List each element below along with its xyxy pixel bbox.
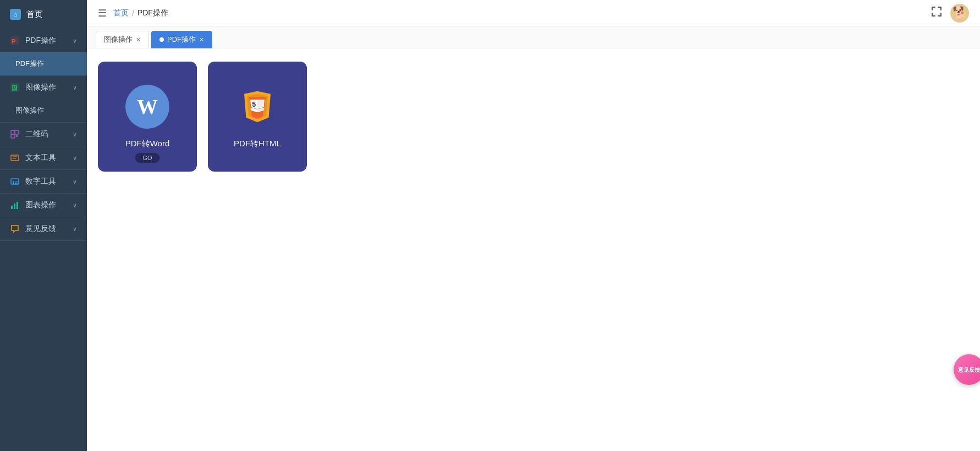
num-chevron-icon: ∨ xyxy=(73,178,77,185)
svg-rect-13 xyxy=(11,206,13,209)
sidebar-item-feedback-label: 意见反馈 xyxy=(25,224,56,234)
sidebar-item-image-sub[interactable]: 图像操作 xyxy=(0,99,87,122)
qr-chevron-icon: ∨ xyxy=(73,131,77,138)
sidebar-section-chart: 图表操作 ∨ xyxy=(0,194,87,217)
svg-text:123: 123 xyxy=(12,180,19,185)
sidebar-section-image: 🖼 图像操作 ∨ 图像操作 xyxy=(0,76,87,123)
sidebar-item-pdf[interactable]: P PDF操作 ∨ xyxy=(0,29,87,52)
chart-icon xyxy=(10,200,20,210)
breadcrumb-sep: / xyxy=(132,9,134,18)
card-pdf-to-word[interactable]: W PDF转Word GO xyxy=(98,62,197,172)
image-icon: 🖼 xyxy=(10,82,20,92)
sidebar-item-qr[interactable]: 二维码 ∨ xyxy=(0,123,87,146)
sidebar-item-num[interactable]: 123 数字工具 ∨ xyxy=(0,170,87,193)
topbar: ☰ 首页 / PDF操作 🐕 xyxy=(87,0,980,26)
feedback-float-line2: 反馈 xyxy=(969,366,980,373)
breadcrumb: 首页 / PDF操作 xyxy=(113,8,168,18)
qr-icon xyxy=(10,129,20,139)
sidebar-item-chart-label: 图表操作 xyxy=(25,200,56,210)
card-pdf-to-word-label: PDF转Word xyxy=(125,139,170,149)
svg-text:🖼: 🖼 xyxy=(12,85,18,91)
svg-rect-7 xyxy=(16,135,18,137)
sidebar: ⌂ 首页 P PDF操作 ∨ PDF操作 🖼 xyxy=(0,0,87,451)
sidebar-item-qr-label: 二维码 xyxy=(25,129,48,139)
fullscreen-icon[interactable] xyxy=(931,6,943,20)
image-chevron-icon: ∨ xyxy=(73,84,77,91)
home-icon: ⌂ xyxy=(10,9,21,20)
sidebar-item-pdf-sub[interactable]: PDF操作 xyxy=(0,52,87,75)
svg-text:5: 5 xyxy=(252,101,256,108)
sidebar-item-pdf-sub-label: PDF操作 xyxy=(15,59,44,69)
sidebar-item-text-label: 文本工具 xyxy=(25,153,56,163)
chart-chevron-icon: ∨ xyxy=(73,202,77,209)
svg-rect-14 xyxy=(14,204,15,209)
tab-image-ops-label: 图像操作 xyxy=(104,35,133,45)
card-pdf-to-html[interactable]: 5 PDF转HTML xyxy=(208,62,307,172)
sidebar-item-image-sub-label: 图像操作 xyxy=(15,106,44,116)
feedback-icon xyxy=(10,224,20,234)
num-icon: 123 xyxy=(10,177,20,186)
cards-grid: W PDF转Word GO xyxy=(98,62,969,172)
feedback-chevron-icon: ∨ xyxy=(73,226,77,233)
pdf-icon: P xyxy=(10,36,20,46)
sidebar-section-feedback: 意见反馈 ∨ xyxy=(0,217,87,241)
topbar-right: 🐕 xyxy=(931,4,969,23)
card-pdf-to-html-label: PDF转HTML xyxy=(234,139,281,149)
menu-icon[interactable]: ☰ xyxy=(98,7,107,19)
sidebar-item-text[interactable]: 文本工具 ∨ xyxy=(0,146,87,169)
sidebar-item-image[interactable]: 🖼 图像操作 ∨ xyxy=(0,76,87,99)
tab-pdf-ops-close-icon[interactable]: ✕ xyxy=(199,36,204,43)
word-letter-icon: W xyxy=(137,95,158,119)
sidebar-item-num-label: 数字工具 xyxy=(25,177,56,186)
svg-rect-8 xyxy=(11,155,19,161)
svg-text:P: P xyxy=(12,38,15,45)
pdf-chevron-icon: ∨ xyxy=(73,37,77,45)
sidebar-home-label: 首页 xyxy=(26,9,43,20)
sidebar-item-feedback[interactable]: 意见反馈 ∨ xyxy=(0,217,87,240)
content-area: W PDF转Word GO xyxy=(87,48,980,451)
svg-rect-6 xyxy=(11,134,15,138)
avatar[interactable]: 🐕 xyxy=(950,4,969,23)
sidebar-section-num: 123 数字工具 ∨ xyxy=(0,170,87,194)
go-badge: GO xyxy=(135,153,159,163)
breadcrumb-home[interactable]: 首页 xyxy=(113,8,129,18)
tab-pdf-ops-dot xyxy=(159,37,164,42)
text-icon xyxy=(10,153,20,163)
tab-pdf-ops-label: PDF操作 xyxy=(167,35,196,45)
tab-image-ops-close-icon[interactable]: ✕ xyxy=(136,36,141,43)
avatar-dog-icon: 🐕 xyxy=(953,6,967,20)
main-content: ☰ 首页 / PDF操作 🐕 图像操作 ✕ PDF操作 ✕ xyxy=(87,0,980,451)
sidebar-section-pdf: P PDF操作 ∨ PDF操作 xyxy=(0,29,87,76)
sidebar-section-text: 文本工具 ∨ xyxy=(0,146,87,170)
pdf-to-html-icon-wrap: 5 xyxy=(235,85,279,129)
breadcrumb-current: PDF操作 xyxy=(137,8,168,18)
text-chevron-icon: ∨ xyxy=(73,155,77,162)
tabs-bar: 图像操作 ✕ PDF操作 ✕ xyxy=(87,26,980,48)
feedback-float-line1: 意见 xyxy=(958,366,969,373)
tab-pdf-ops[interactable]: PDF操作 ✕ xyxy=(151,31,212,48)
sidebar-section-qr: 二维码 ∨ xyxy=(0,123,87,146)
feedback-float-btn[interactable]: 意见 反馈 xyxy=(954,354,980,385)
tab-image-ops[interactable]: 图像操作 ✕ xyxy=(96,31,149,48)
sidebar-item-image-label: 图像操作 xyxy=(25,82,56,92)
sidebar-item-pdf-label: PDF操作 xyxy=(25,36,56,46)
pdf-to-word-icon-wrap: W xyxy=(125,85,169,129)
sidebar-item-chart[interactable]: 图表操作 ∨ xyxy=(0,194,87,217)
svg-rect-4 xyxy=(11,130,15,134)
svg-rect-5 xyxy=(15,130,19,134)
html5-shield-icon: 5 xyxy=(241,90,274,123)
sidebar-home[interactable]: ⌂ 首页 xyxy=(0,0,87,29)
svg-rect-15 xyxy=(16,202,18,209)
